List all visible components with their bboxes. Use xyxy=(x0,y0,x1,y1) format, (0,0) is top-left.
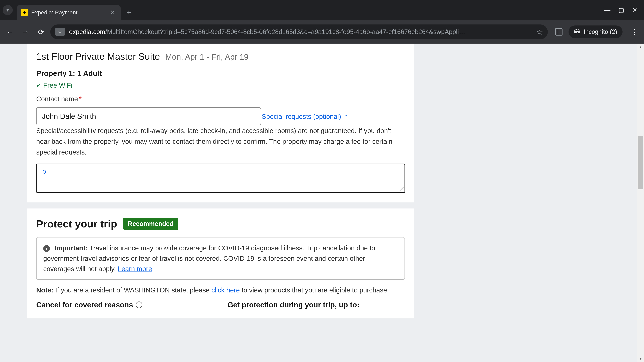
washington-link[interactable]: click here xyxy=(212,286,240,294)
room-dates: Mon, Apr 1 - Fri, Apr 19 xyxy=(165,52,248,61)
protect-trip-title: Protect your trip xyxy=(36,218,117,230)
incognito-indicator[interactable]: 🕶 Incognito (2) xyxy=(568,25,622,38)
new-tab-button[interactable]: ＋ xyxy=(124,7,134,17)
reload-button[interactable]: ⟳ xyxy=(35,26,47,38)
url-text: expedia.com/MultiItemCheckout?tripid=5c7… xyxy=(69,28,532,35)
guest-summary: Property 1: 1 Adult xyxy=(36,69,405,78)
bookmark-star-icon[interactable]: ☆ xyxy=(536,28,543,36)
tab-title: Expedia: Payment xyxy=(31,9,107,16)
learn-more-link[interactable]: Learn more xyxy=(118,265,152,273)
scrollbar-thumb[interactable] xyxy=(638,136,643,189)
protect-trip-card: Protect your trip Recommended i Importan… xyxy=(27,209,414,319)
special-requests-textarea[interactable]: p xyxy=(37,164,404,192)
washington-note: Note: If you are a resident of WASHINGTO… xyxy=(36,286,405,294)
special-requests-help: Special/accessibility requests (e.g. rol… xyxy=(36,125,402,158)
close-window-icon[interactable]: ✕ xyxy=(632,6,637,13)
close-tab-icon[interactable]: ✕ xyxy=(110,9,116,16)
scroll-down-icon[interactable]: ▾ xyxy=(637,355,644,362)
special-requests-field-wrap: p xyxy=(36,164,405,193)
maximize-icon[interactable]: ▢ xyxy=(618,6,624,13)
resize-handle-icon[interactable] xyxy=(399,187,404,191)
chevron-down-icon: ▾ xyxy=(6,7,9,13)
scroll-up-icon[interactable]: ▴ xyxy=(637,43,644,50)
cancel-reasons-heading: Cancel for covered reasons i xyxy=(36,301,207,309)
side-panel-icon[interactable] xyxy=(555,28,562,35)
incognito-icon: 🕶 xyxy=(574,28,580,36)
recommended-badge: Recommended xyxy=(123,218,178,230)
browser-menu-icon[interactable]: ⋮ xyxy=(628,28,640,36)
info-icon: i xyxy=(43,245,50,252)
scrollbar-track[interactable]: ▴ ▾ xyxy=(637,43,644,362)
minimize-icon[interactable]: ― xyxy=(604,6,610,13)
site-info-icon[interactable]: ⚙ xyxy=(55,28,65,36)
address-bar[interactable]: ⚙ expedia.com/MultiItemCheckout?tripid=5… xyxy=(50,24,548,39)
check-icon: ✔ xyxy=(36,82,41,89)
special-requests-toggle[interactable]: Special requests (optional) ⌃ xyxy=(262,113,348,120)
expedia-favicon: ✈ xyxy=(21,9,28,16)
covid-info-box: i Important: Travel insurance may provid… xyxy=(36,237,405,280)
contact-name-label: Contact name* xyxy=(36,95,405,103)
browser-tab[interactable]: ✈ Expedia: Payment ✕ xyxy=(17,5,121,20)
tab-search-dropdown[interactable]: ▾ xyxy=(3,5,13,15)
info-circle-icon[interactable]: i xyxy=(136,302,142,308)
forward-button[interactable]: → xyxy=(20,26,32,38)
amenity-free-wifi: ✔ Free WiFi xyxy=(36,82,405,89)
booking-card: 1st Floor Private Master Suite Mon, Apr … xyxy=(27,43,414,202)
contact-name-input[interactable] xyxy=(36,107,261,125)
protection-heading: Get protection during your trip, up to: xyxy=(228,301,360,309)
room-title: 1st Floor Private Master Suite xyxy=(36,51,160,62)
back-button[interactable]: ← xyxy=(4,26,16,38)
collapse-caret-icon: ⌃ xyxy=(344,114,348,119)
